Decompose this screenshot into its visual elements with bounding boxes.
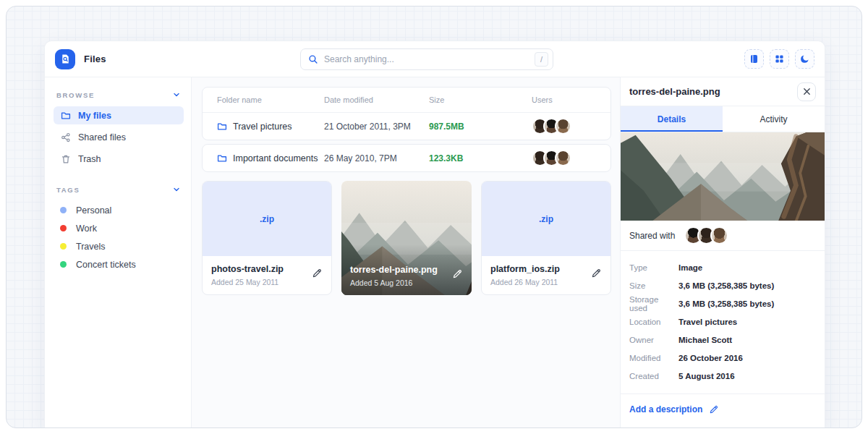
sidebar-item-trash[interactable]: Trash xyxy=(54,150,184,168)
detail-value: 3,6 MB (3,258,385 bytes) xyxy=(678,281,774,290)
main-content: Folder name Date modified Size Users Tra… xyxy=(192,77,620,428)
detail-row-size: Size 3,6 MB (3,258,385 bytes) xyxy=(629,276,816,294)
panel-title: torres-del-paine.png xyxy=(629,86,720,97)
table-row[interactable]: Travel pictures 21 October 2011, 3PM 987… xyxy=(203,113,610,140)
file-details-list: Type Image Size 3,6 MB (3,258,385 bytes)… xyxy=(621,251,825,394)
tag-label: Travels xyxy=(76,242,106,252)
detail-row-created: Created 5 August 2016 xyxy=(629,367,816,385)
date-modified: 26 May 2010, 7PM xyxy=(324,153,429,163)
detail-label: Storage used xyxy=(629,295,678,312)
edit-button[interactable] xyxy=(591,268,602,278)
detail-value: 5 August 2016 xyxy=(678,372,735,380)
detail-row-modified: Modified 26 October 2016 xyxy=(629,349,816,367)
dark-mode-button[interactable] xyxy=(795,49,814,69)
chevron-down-icon[interactable] xyxy=(172,185,181,194)
tab-activity[interactable]: Activity xyxy=(723,106,825,132)
trash-icon xyxy=(61,154,71,164)
tag-dot xyxy=(60,261,67,268)
grid-view-button[interactable] xyxy=(770,49,789,69)
folder-name: Travel pictures xyxy=(233,122,292,132)
detail-row-storage-used: Storage used 3,6 MB (3,258,385 bytes) xyxy=(629,294,816,312)
tag-dot xyxy=(60,243,67,250)
share-icon xyxy=(61,132,71,142)
detail-value: Image xyxy=(678,263,702,272)
file-added-date: Added 25 May 2011 xyxy=(211,278,323,286)
detail-label: Owner xyxy=(629,336,678,344)
details-panel: torres-del-paine.png Details Activity S xyxy=(620,77,825,428)
zip-badge: .zip xyxy=(539,214,553,224)
search-icon xyxy=(308,54,318,64)
sidebar-item-my-files[interactable]: My files xyxy=(54,106,184,124)
sidebar: BROWSE My files xyxy=(45,77,192,428)
shared-avatars xyxy=(684,226,728,244)
tag-item-personal[interactable]: Personal xyxy=(54,201,184,219)
mountain-photo xyxy=(621,132,825,221)
tag-item-concert-tickets[interactable]: Concert tickets xyxy=(54,255,184,273)
shared-with-label: Shared with xyxy=(629,231,675,241)
edit-button[interactable] xyxy=(452,268,463,279)
zip-badge: .zip xyxy=(260,214,274,224)
sidebar-item-label: My files xyxy=(78,111,111,121)
folders-table-row-card: Important documents 26 May 2010, 7PM 123… xyxy=(202,144,611,172)
folders-table: Folder name Date modified Size Users Tra… xyxy=(202,87,611,140)
folder-icon xyxy=(217,153,227,163)
page-title: Files xyxy=(84,54,106,64)
search-bar[interactable]: / xyxy=(300,48,553,70)
panel-tabs: Details Activity xyxy=(621,106,825,132)
detail-row-location: Location Travel pictures xyxy=(629,312,816,331)
page-background: Files / xyxy=(6,6,862,428)
file-card-platform-ios[interactable]: .zip platform_ios.zip Added 26 May 2011 xyxy=(481,181,611,295)
tag-item-work[interactable]: Work xyxy=(54,219,184,237)
zip-thumbnail: .zip xyxy=(482,182,610,256)
detail-label: Size xyxy=(629,281,678,290)
tag-label: Concert tickets xyxy=(76,260,136,270)
file-name: torres-del-paine.png xyxy=(350,265,463,275)
file-added-date: Added 26 May 2011 xyxy=(490,278,602,286)
detail-value: 3,6 MB (3,258,385 bytes) xyxy=(678,299,774,308)
tag-item-travels[interactable]: Travels xyxy=(54,237,184,255)
folder-icon xyxy=(217,122,227,132)
tag-label: Personal xyxy=(76,205,111,216)
chevron-down-icon[interactable] xyxy=(172,90,181,99)
add-description-label: Add a description xyxy=(629,404,702,414)
moon-icon xyxy=(799,54,810,64)
avatar xyxy=(555,150,571,166)
users-avatars xyxy=(532,118,596,135)
app-logo xyxy=(55,49,75,69)
file-card-photos-travel[interactable]: .zip photos-travel.zip Added 25 May 2011 xyxy=(202,181,332,295)
detail-label: Type xyxy=(629,263,678,272)
close-icon xyxy=(803,88,811,95)
tab-details[interactable]: Details xyxy=(621,106,723,132)
book-icon xyxy=(749,54,760,64)
tag-dot xyxy=(60,225,67,231)
tags-section-label: TAGS xyxy=(56,186,80,194)
folder-name: Important documents xyxy=(233,153,318,163)
close-panel-button[interactable] xyxy=(797,82,816,101)
sidebar-item-shared-files[interactable]: Shared files xyxy=(54,128,184,146)
detail-row-owner: Owner Michael Scott xyxy=(629,331,816,349)
avatar xyxy=(555,118,571,135)
shared-with-row: Shared with xyxy=(621,221,825,251)
header-actions xyxy=(744,49,814,69)
library-button[interactable] xyxy=(744,49,764,69)
column-header: Date modified xyxy=(324,95,429,104)
zip-thumbnail: .zip xyxy=(203,182,331,256)
users-avatars xyxy=(532,150,596,166)
app-header: Files / xyxy=(45,41,825,77)
file-search-icon xyxy=(60,54,71,64)
edit-button[interactable] xyxy=(312,268,323,278)
search-input[interactable] xyxy=(324,54,529,64)
table-row[interactable]: Important documents 26 May 2010, 7PM 123… xyxy=(203,145,610,171)
detail-label: Modified xyxy=(629,354,678,362)
add-description-link[interactable]: Add a description xyxy=(621,394,825,425)
column-header: Folder name xyxy=(217,95,324,104)
table-header-row: Folder name Date modified Size Users xyxy=(203,88,610,113)
file-cards: .zip photos-travel.zip Added 25 May 2011 xyxy=(202,181,611,295)
sidebar-item-label: Shared files xyxy=(78,132,126,142)
tag-dot xyxy=(60,207,67,213)
avatar xyxy=(710,226,728,244)
sidebar-item-label: Trash xyxy=(78,154,101,164)
file-card-torres-del-paine[interactable]: torres-del-paine.png Added 5 Aug 2016 xyxy=(341,181,472,295)
file-name: platform_ios.zip xyxy=(490,264,602,274)
column-header: Size xyxy=(429,95,532,104)
